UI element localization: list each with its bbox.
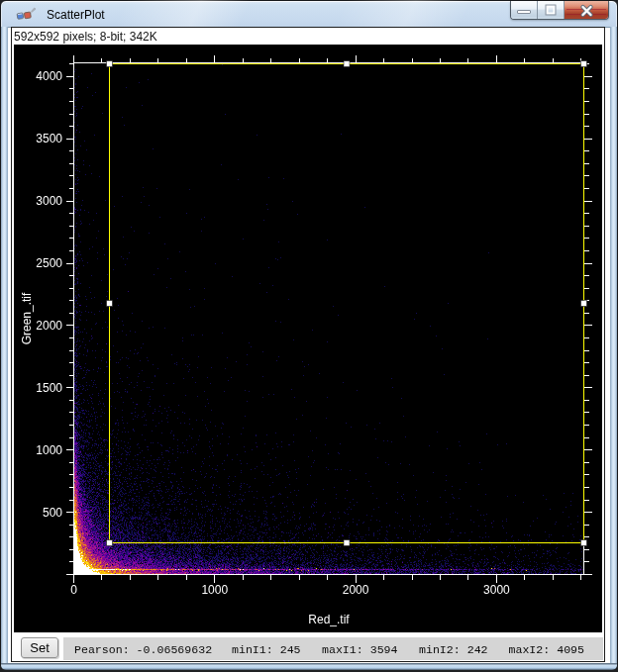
svg-text:1000: 1000 <box>201 583 228 597</box>
svg-text:Red_.tif: Red_.tif <box>308 613 350 626</box>
svg-text:3500: 3500 <box>36 132 62 145</box>
svg-text:3000: 3000 <box>483 583 510 597</box>
svg-text:2000: 2000 <box>36 319 62 333</box>
svg-text:1500: 1500 <box>36 381 62 395</box>
svg-text:1000: 1000 <box>36 443 62 457</box>
svg-text:2000: 2000 <box>343 583 369 597</box>
svg-text:Green_.tif: Green_.tif <box>20 292 34 344</box>
svg-text:3000: 3000 <box>36 194 62 208</box>
svg-text:4000: 4000 <box>36 69 62 83</box>
svg-text:0: 0 <box>70 583 77 597</box>
svg-text:2500: 2500 <box>36 256 62 270</box>
svg-text:500: 500 <box>43 506 62 520</box>
